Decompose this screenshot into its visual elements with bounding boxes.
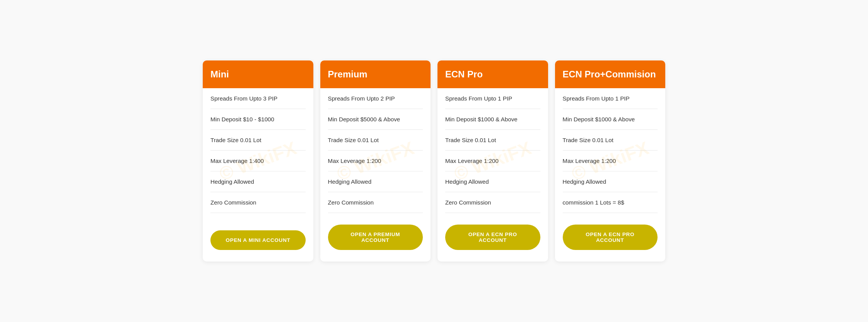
card-header-premium: Premium xyxy=(320,60,431,88)
card-feature-premium-3: Max Leverage 1:200 xyxy=(328,151,423,171)
card-feature-premium-0: Spreads From Upto 2 PIP xyxy=(328,88,423,109)
card-body-ecn-pro: Spreads From Upto 1 PIPMin Deposit $1000… xyxy=(437,88,548,213)
open-account-button-mini[interactable]: OPEN A MINI ACCOUNT xyxy=(210,230,306,250)
card-feature-ecn-pro-commission-3: Max Leverage 1:200 xyxy=(563,151,658,171)
card-mini: © WikiFXMiniSpreads From Upto 3 PIPMin D… xyxy=(203,60,313,262)
card-footer-ecn-pro-commission: OPEN A ECN PRO ACCOUNT xyxy=(555,213,666,262)
card-feature-premium-2: Trade Size 0.01 Lot xyxy=(328,130,423,151)
card-body-mini: Spreads From Upto 3 PIPMin Deposit $10 -… xyxy=(203,88,313,219)
card-header-mini: Mini xyxy=(203,60,313,88)
card-feature-ecn-pro-commission-0: Spreads From Upto 1 PIP xyxy=(563,88,658,109)
open-account-button-premium[interactable]: OPEN A PREMIUM ACCOUNT xyxy=(328,225,423,250)
card-footer-mini: OPEN A MINI ACCOUNT xyxy=(203,219,313,262)
card-feature-mini-2: Trade Size 0.01 Lot xyxy=(210,130,306,151)
card-feature-ecn-pro-commission-5: commission 1 Lots = 8$ xyxy=(563,192,658,213)
card-feature-ecn-pro-5: Zero Commission xyxy=(445,192,540,213)
card-footer-premium: OPEN A PREMIUM ACCOUNT xyxy=(320,213,431,262)
card-feature-mini-3: Max Leverage 1:400 xyxy=(210,151,306,171)
open-account-button-ecn-pro-commission[interactable]: OPEN A ECN PRO ACCOUNT xyxy=(563,225,658,250)
card-body-premium: Spreads From Upto 2 PIPMin Deposit $5000… xyxy=(320,88,431,213)
card-feature-premium-4: Hedging Allowed xyxy=(328,171,423,192)
cards-container: © WikiFXMiniSpreads From Upto 3 PIPMin D… xyxy=(203,60,665,262)
card-body-ecn-pro-commission: Spreads From Upto 1 PIPMin Deposit $1000… xyxy=(555,88,666,213)
card-feature-ecn-pro-commission-2: Trade Size 0.01 Lot xyxy=(563,130,658,151)
card-feature-ecn-pro-4: Hedging Allowed xyxy=(445,171,540,192)
card-feature-premium-5: Zero Commission xyxy=(328,192,423,213)
card-header-ecn-pro-commission: ECN Pro+Commision xyxy=(555,60,666,88)
card-feature-ecn-pro-0: Spreads From Upto 1 PIP xyxy=(445,88,540,109)
card-feature-mini-1: Min Deposit $10 - $1000 xyxy=(210,109,306,130)
card-feature-ecn-pro-commission-4: Hedging Allowed xyxy=(563,171,658,192)
card-ecn-pro-commission: © WikiFXECN Pro+CommisionSpreads From Up… xyxy=(555,60,666,262)
card-ecn-pro: © WikiFXECN ProSpreads From Upto 1 PIPMi… xyxy=(437,60,548,262)
card-feature-ecn-pro-1: Min Deposit $1000 & Above xyxy=(445,109,540,130)
card-feature-mini-0: Spreads From Upto 3 PIP xyxy=(210,88,306,109)
card-feature-mini-4: Hedging Allowed xyxy=(210,171,306,192)
open-account-button-ecn-pro[interactable]: OPEN A ECN PRO ACCOUNT xyxy=(445,225,540,250)
card-feature-ecn-pro-commission-1: Min Deposit $1000 & Above xyxy=(563,109,658,130)
card-feature-ecn-pro-2: Trade Size 0.01 Lot xyxy=(445,130,540,151)
card-feature-premium-1: Min Deposit $5000 & Above xyxy=(328,109,423,130)
card-header-ecn-pro: ECN Pro xyxy=(437,60,548,88)
card-premium: © WikiFXPremiumSpreads From Upto 2 PIPMi… xyxy=(320,60,431,262)
card-feature-mini-5: Zero Commission xyxy=(210,192,306,213)
card-footer-ecn-pro: OPEN A ECN PRO ACCOUNT xyxy=(437,213,548,262)
card-feature-ecn-pro-3: Max Leverage 1:200 xyxy=(445,151,540,171)
